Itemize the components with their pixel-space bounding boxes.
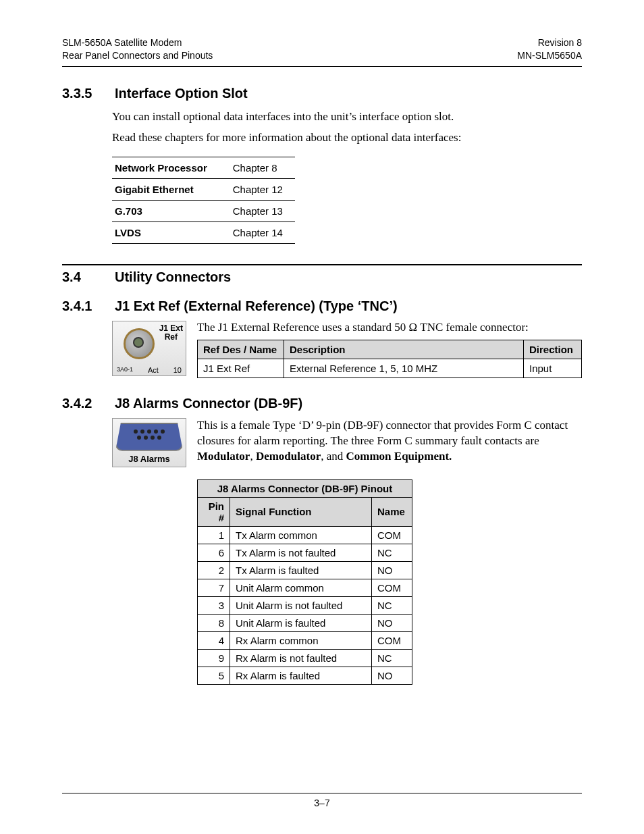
cell-signal: Tx Alarm common <box>230 526 372 544</box>
table-row: 2Tx Alarm is faultedNO <box>198 561 412 579</box>
cell-signal: Rx Alarm common <box>230 631 372 649</box>
cell-name: NC <box>372 649 412 667</box>
img-label-act: Act <box>148 366 159 374</box>
chapter-ref: Chapter 13 <box>230 200 295 221</box>
table-row: LVDS Chapter 14 <box>112 221 295 243</box>
heading-number: 3.3.5 <box>62 86 101 101</box>
footer-rule <box>62 793 582 793</box>
cell-name: NC <box>372 544 412 561</box>
chapter-ref: Chapter 8 <box>230 157 295 178</box>
heading-title: J8 Alarms Connector (DB-9F) <box>115 396 302 411</box>
page-footer: 3–7 <box>62 793 582 808</box>
cell-signal: Unit Alarm common <box>230 579 372 596</box>
cell-name: NO <box>372 561 412 579</box>
table-row: Network Processor Chapter 8 <box>112 157 295 178</box>
header-docnum: MN-SLM5650A <box>517 49 582 62</box>
cell-signal: Tx Alarm is not faulted <box>230 544 372 561</box>
cell-name: COM <box>372 579 412 596</box>
img-label-10: 10 <box>173 366 182 374</box>
col-signal: Signal Function <box>230 497 372 526</box>
cell-description: External Reference 1, 5, 10 MHZ <box>284 359 524 377</box>
col-refdes: Ref Des / Name <box>198 340 284 359</box>
cell-signal: Tx Alarm is faulted <box>230 561 372 579</box>
heading-3-3-5: 3.3.5 Interface Option Slot <box>62 86 582 101</box>
db9-connector-image: J8 Alarms <box>112 418 186 467</box>
table-row: 1Tx Alarm commonCOM <box>198 526 412 544</box>
table-row: 5Rx Alarm is faultedNO <box>198 667 412 684</box>
tnc-connector-image: J1 Ext Ref 3A0-1 Act 10 <box>112 321 186 376</box>
heading-number: 3.4 <box>62 269 101 285</box>
col-pin: Pin # <box>198 497 230 526</box>
j1-ext-ref-table: Ref Des / Name Description Direction J1 … <box>197 340 582 378</box>
cell-name: COM <box>372 631 412 649</box>
interface-name: Gigabit Ethernet <box>112 178 230 200</box>
heading-title: J1 Ext Ref (External Reference) (Type ‘T… <box>115 298 398 314</box>
para-read-chapters: Read these chapters for more information… <box>112 130 582 146</box>
table-row: 8Unit Alarm is faultedNO <box>198 614 412 631</box>
table-row: 3Unit Alarm is not faultedNC <box>198 596 412 614</box>
para-j1-lead: The J1 External Reference uses a standar… <box>197 321 582 334</box>
col-description: Description <box>284 340 524 359</box>
table-row: 9Rx Alarm is not faultedNC <box>198 649 412 667</box>
chapter-ref: Chapter 14 <box>230 221 295 243</box>
cell-pin: 1 <box>198 526 230 544</box>
cell-pin: 4 <box>198 631 230 649</box>
bold-modulator: Modulator <box>197 450 250 463</box>
table-row: 4Rx Alarm commonCOM <box>198 631 412 649</box>
table-row: G.703 Chapter 13 <box>112 200 295 221</box>
cell-signal: Unit Alarm is faulted <box>230 614 372 631</box>
img-label-corner: 3A0-1 <box>117 366 133 374</box>
heading-title: Utility Connectors <box>115 269 231 285</box>
cell-name: NC <box>372 596 412 614</box>
table-row: 7Unit Alarm commonCOM <box>198 579 412 596</box>
header-product: SLM-5650A Satellite Modem <box>62 36 213 49</box>
j8-pinout-table: J8 Alarms Connector (DB-9F) Pinout Pin #… <box>197 479 412 685</box>
heading-number: 3.4.1 <box>62 298 101 314</box>
cell-signal: Rx Alarm is faulted <box>230 667 372 684</box>
heading-3-4-2: 3.4.2 J8 Alarms Connector (DB-9F) <box>62 396 582 411</box>
cell-pin: 3 <box>198 596 230 614</box>
page-number: 3–7 <box>314 798 329 808</box>
cell-pin: 9 <box>198 649 230 667</box>
heading-3-4-1: 3.4.1 J1 Ext Ref (External Reference) (T… <box>62 298 582 314</box>
header-section: Rear Panel Connectors and Pinouts <box>62 49 213 62</box>
bold-common-equip: Common Equipment. <box>346 450 452 463</box>
img-label-j1ext: J1 Ext <box>159 324 183 333</box>
cell-signal: Unit Alarm is not faulted <box>230 596 372 614</box>
img-caption-j8: J8 Alarms <box>115 454 183 464</box>
running-header: SLM-5650A Satellite Modem Rear Panel Con… <box>62 36 582 62</box>
db9-pins-row2-icon <box>117 434 182 440</box>
heading-3-4: 3.4 Utility Connectors <box>62 264 582 285</box>
sep: , and <box>321 450 346 463</box>
cell-direction: Input <box>524 359 582 377</box>
heading-number: 3.4.2 <box>62 396 101 411</box>
table-row: J1 Ext Ref External Reference 1, 5, 10 M… <box>198 359 582 377</box>
header-rule <box>62 66 582 67</box>
interface-name: G.703 <box>112 200 230 221</box>
cell-name: COM <box>372 526 412 544</box>
cell-pin: 5 <box>198 667 230 684</box>
db9-pins-row1-icon <box>117 424 182 434</box>
heading-title: Interface Option Slot <box>115 86 248 101</box>
table-row: Gigabit Ethernet Chapter 12 <box>112 178 295 200</box>
cell-refdes: J1 Ext Ref <box>198 359 284 377</box>
sep: , <box>250 450 256 463</box>
bold-demodulator: Demodulator <box>256 450 321 463</box>
cell-name: NO <box>372 614 412 631</box>
table-row: 6Tx Alarm is not faultedNC <box>198 544 412 561</box>
col-direction: Direction <box>524 340 582 359</box>
chapter-ref: Chapter 12 <box>230 178 295 200</box>
cell-pin: 2 <box>198 561 230 579</box>
col-name: Name <box>372 497 412 526</box>
chapter-reference-table: Network Processor Chapter 8 Gigabit Ethe… <box>112 157 295 244</box>
para-j8-lead: This is a female Type ‘D’ 9-pin (DB-9F) … <box>197 419 568 447</box>
tnc-pin-icon <box>133 337 144 348</box>
header-revision: Revision 8 <box>517 36 582 49</box>
cell-signal: Rx Alarm is not faulted <box>230 649 372 667</box>
interface-name: LVDS <box>112 221 230 243</box>
img-label-ref: Ref <box>159 333 183 342</box>
cell-pin: 8 <box>198 614 230 631</box>
interface-name: Network Processor <box>112 157 230 178</box>
cell-name: NO <box>372 667 412 684</box>
para-install-interfaces: You can install optional data interfaces… <box>112 109 582 125</box>
